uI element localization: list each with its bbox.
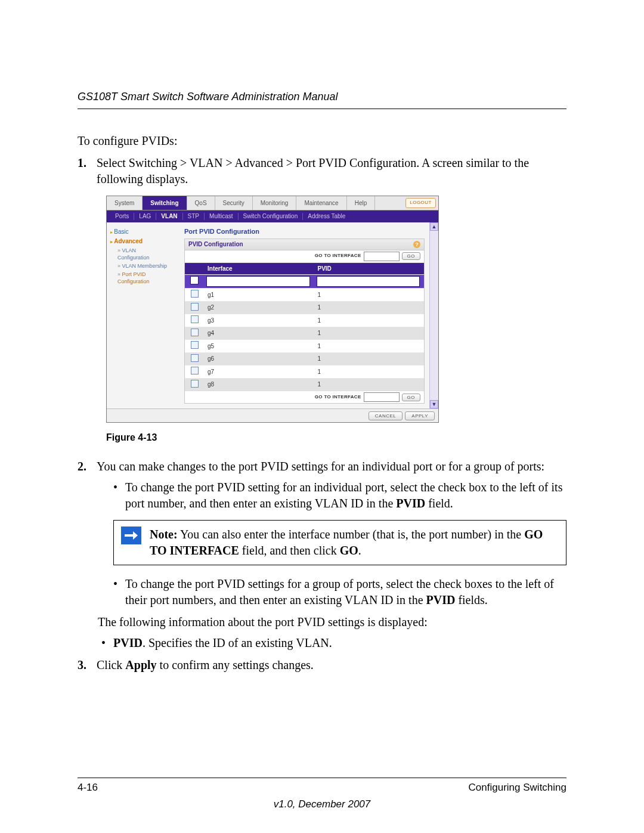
cell-pvid: 1	[314, 327, 425, 340]
bullet-list-2: To change the port PVID settings for a g…	[113, 576, 566, 608]
tab-qos[interactable]: QoS	[187, 196, 215, 210]
cell-pvid: 1	[314, 301, 425, 314]
go-to-interface-input-top[interactable]	[364, 252, 400, 261]
nav-vlan-membership[interactable]: VLAN Membership	[110, 262, 181, 270]
row-checkbox[interactable]	[191, 315, 199, 323]
footer-section-name: Configuring Switching	[469, 781, 566, 795]
row-checkbox[interactable]	[191, 367, 199, 374]
table-row: g51	[185, 340, 424, 353]
cell-if: g2	[204, 301, 314, 314]
screenshot-body: Basic Advanced VLAN Configuration VLAN M…	[107, 222, 438, 408]
t: PVID	[426, 593, 456, 606]
select-all-checkbox[interactable]	[190, 276, 199, 284]
go-to-interface-label-top: GO TO INTERFACE	[315, 253, 361, 259]
subtab-address-table[interactable]: Address Table	[303, 213, 350, 220]
row-checkbox[interactable]	[191, 354, 199, 362]
t: To change the port PVID setting for an i…	[125, 481, 562, 510]
row-checkbox[interactable]	[191, 380, 199, 388]
help-icon[interactable]: ?	[413, 241, 420, 248]
t: You can also enter the interface number …	[178, 528, 525, 541]
t: fields.	[455, 593, 487, 606]
nav-vlan-config[interactable]: VLAN Configuration	[110, 246, 181, 262]
subtab-stp[interactable]: STP	[183, 213, 205, 220]
step-1-text: Select Switching > VLAN > Advanced > Por…	[97, 155, 566, 187]
footer-version: v1.0, December 2007	[0, 798, 644, 812]
tab-monitoring[interactable]: Monitoring	[253, 196, 297, 210]
t: Click	[97, 658, 125, 671]
top-tab-bar: System Switching QoS Security Monitoring…	[107, 196, 438, 210]
footer-page-number: 4-16	[78, 781, 98, 795]
tab-maintenance[interactable]: Maintenance	[296, 196, 346, 210]
screenshot-footer: CANCEL APPLY	[107, 408, 438, 422]
cell-pvid: 1	[314, 289, 425, 302]
bullet-pvid-desc: PVID. Specifies the ID of an existing VL…	[101, 635, 566, 651]
cell-if: g5	[204, 340, 314, 353]
col-interface: Interface	[204, 263, 314, 275]
step-2-number: 2.	[78, 459, 91, 475]
tab-switching[interactable]: Switching	[143, 196, 187, 210]
t: . Specifies the ID of an existing VLAN.	[143, 636, 332, 649]
scroll-up-icon[interactable]: ▲	[430, 222, 438, 231]
row-checkbox[interactable]	[191, 329, 199, 336]
panel-title: Port PVID Configuration	[184, 227, 425, 236]
t: field, and then click	[239, 544, 340, 557]
go-to-interface-row-bottom: GO TO INTERFACE GO	[185, 391, 424, 403]
go-button-top[interactable]: GO	[402, 252, 420, 260]
subtab-vlan[interactable]: VLAN	[156, 213, 182, 220]
step-1-number: 1.	[78, 155, 91, 187]
interface-filter-input[interactable]	[206, 276, 310, 287]
tab-system[interactable]: System	[107, 196, 143, 210]
go-to-interface-input-bottom[interactable]	[364, 392, 400, 402]
footer-row: 4-16 Configuring Switching	[78, 781, 566, 795]
cell-pvid: 1	[314, 366, 425, 379]
t: Note:	[150, 528, 178, 541]
tab-help[interactable]: Help	[347, 196, 376, 210]
cell-if: g4	[204, 327, 314, 340]
figure-4-13: System Switching QoS Security Monitoring…	[106, 196, 566, 444]
logout-button[interactable]: LOGOUT	[405, 198, 436, 208]
nav-basic[interactable]: Basic	[110, 227, 181, 237]
table-row: g41	[185, 327, 424, 340]
t: PVID	[396, 497, 425, 510]
go-button-bottom[interactable]: GO	[402, 394, 420, 401]
subtab-switch-config[interactable]: Switch Configuration	[239, 213, 304, 220]
cell-pvid: 1	[314, 352, 425, 366]
note-box: Note: You can also enter the interface n…	[113, 520, 566, 565]
pvid-panel: PVID Configuration ? GO TO INTERFACE GO …	[184, 239, 425, 404]
t: field.	[425, 497, 453, 510]
row-checkbox[interactable]	[191, 303, 199, 311]
pvid-filter-input[interactable]	[317, 276, 420, 287]
subtab-ports[interactable]: Ports	[110, 213, 134, 220]
bullet-individual-port: To change the port PVID setting for an i…	[113, 479, 566, 512]
nav-port-pvid-l1: Port PVID	[122, 271, 146, 277]
scrollbar[interactable]: ▲ ▼	[429, 222, 438, 408]
step-2: 2. You can make changes to the port PVID…	[78, 459, 566, 475]
table-row: g21	[185, 301, 424, 314]
cancel-button[interactable]: CANCEL	[369, 411, 402, 420]
cell-if: g7	[204, 366, 314, 379]
page: GS108T Smart Switch Software Administrat…	[0, 0, 644, 833]
intro-text: To configure PVIDs:	[78, 133, 566, 149]
t: .	[358, 544, 361, 557]
cell-if: g1	[204, 289, 314, 302]
note-text: Note: You can also enter the interface n…	[150, 527, 559, 559]
scroll-down-icon[interactable]: ▼	[430, 400, 438, 408]
step-3-number: 3.	[78, 657, 91, 673]
nav-vlan-config-l2: Configuration	[117, 255, 150, 261]
nav-port-pvid-config[interactable]: Port PVID Configuration	[110, 270, 181, 286]
note-arrow-icon	[121, 527, 141, 544]
table-header-row: Interface PVID	[185, 263, 424, 275]
nav-port-pvid-l2: Configuration	[117, 278, 150, 284]
subtab-lag[interactable]: LAG	[134, 213, 156, 220]
pvid-table: Interface PVID g11 g21 g31 g41	[185, 263, 424, 391]
subtab-multicast[interactable]: Multicast	[205, 213, 238, 220]
bullet-list-3: PVID. Specifies the ID of an existing VL…	[101, 635, 566, 651]
row-checkbox[interactable]	[191, 341, 199, 349]
tab-security[interactable]: Security	[215, 196, 253, 210]
table-row: g81	[185, 378, 424, 391]
row-checkbox[interactable]	[191, 290, 199, 298]
apply-button[interactable]: APPLY	[405, 411, 435, 420]
figure-caption: Figure 4-13	[106, 431, 566, 444]
nav-advanced[interactable]: Advanced	[110, 237, 181, 246]
cell-if: g8	[204, 378, 314, 391]
